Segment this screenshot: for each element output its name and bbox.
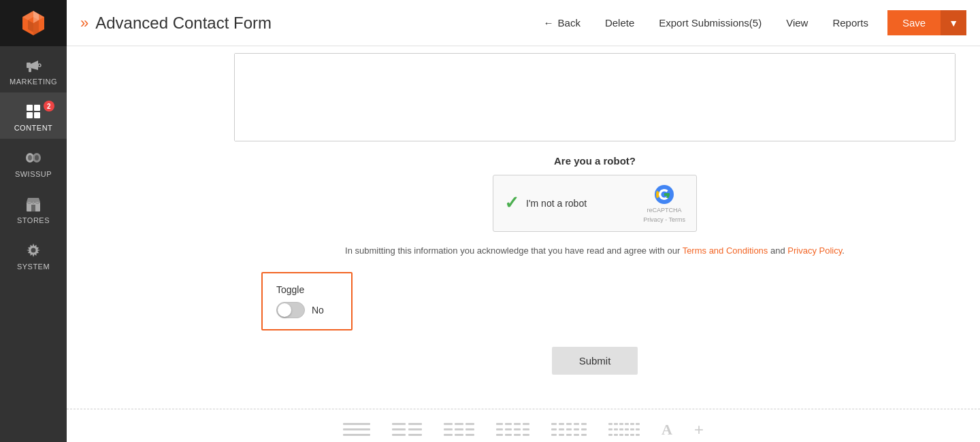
recaptcha-brand-text: reCAPTCHA <box>647 207 682 215</box>
view-button[interactable]: View <box>781 14 813 31</box>
recaptcha-logo-icon <box>653 184 675 205</box>
save-group: Save ▼ <box>887 10 966 35</box>
back-button[interactable]: ← Back <box>538 14 586 31</box>
submit-section: Submit <box>234 347 956 375</box>
toggle-switch[interactable] <box>276 302 305 318</box>
sidebar-item-system[interactable]: SYSTEM <box>0 231 67 277</box>
main-content: » Advanced Contact Form ← Back Delete Ex… <box>67 0 980 442</box>
toggle-section: Toggle No <box>261 272 353 330</box>
reports-button[interactable]: Reports <box>827 14 874 31</box>
sidebar-item-content-label: CONTENT <box>14 124 53 132</box>
toggle-row: No <box>276 302 324 318</box>
page-title: Advanced Contact Form <box>95 14 538 33</box>
megaphone-icon <box>24 56 43 75</box>
sidebar-item-stores[interactable]: STORES <box>0 185 67 231</box>
content-badge: 2 <box>44 101 54 112</box>
save-dropdown-button[interactable]: ▼ <box>941 10 966 35</box>
reports-label: Reports <box>832 17 868 29</box>
svg-rect-5 <box>27 105 33 111</box>
toolbar-lines-2[interactable] <box>392 423 422 436</box>
privacy-policy-link[interactable]: Privacy Policy <box>787 245 842 256</box>
content-area: Are you a robot? ✓ I'm not a robot r <box>67 46 980 442</box>
submit-button[interactable]: Submit <box>552 347 638 375</box>
magento-logo-icon <box>18 8 48 38</box>
topbar: » Advanced Contact Form ← Back Delete Ex… <box>67 0 980 46</box>
toolbar-lines-4[interactable] <box>496 423 529 436</box>
toggle-value: No <box>312 305 324 316</box>
form-icon: » <box>80 14 88 32</box>
toggle-knob <box>278 303 291 317</box>
message-textarea[interactable] <box>235 54 955 141</box>
svg-point-12 <box>35 155 39 160</box>
toolbar-lines-3[interactable] <box>444 423 474 436</box>
message-textarea-container <box>234 53 956 141</box>
export-label: Export Submissions(5) <box>659 17 762 29</box>
svg-rect-2 <box>27 63 31 68</box>
swissup-icon <box>24 148 43 167</box>
robot-section: Are you a robot? ✓ I'm not a robot r <box>234 155 956 232</box>
gear-icon <box>24 241 43 260</box>
view-label: View <box>786 17 808 29</box>
sidebar-item-swissup-label: SWISSUP <box>15 170 52 178</box>
recaptcha-right: reCAPTCHA Privacy - Terms <box>643 184 685 223</box>
store-icon <box>24 194 43 214</box>
robot-title: Are you a robot? <box>234 155 956 167</box>
svg-point-16 <box>31 248 36 253</box>
toggle-label: Toggle <box>276 284 324 295</box>
delete-button[interactable]: Delete <box>600 14 640 31</box>
back-arrow-icon: ← <box>544 17 554 29</box>
chevron-down-icon: ▼ <box>949 18 958 29</box>
sidebar: MARKETING CONTENT 2 SWISSUP <box>0 0 67 442</box>
save-button[interactable]: Save <box>887 10 941 35</box>
sidebar-item-system-label: SYSTEM <box>17 262 50 271</box>
toolbar-lines-1[interactable] <box>343 423 370 436</box>
export-submissions-button[interactable]: Export Submissions(5) <box>653 14 767 31</box>
recaptcha-privacy-link[interactable]: Privacy <box>643 216 664 223</box>
svg-rect-3 <box>29 68 31 72</box>
recaptcha-links: Privacy - Terms <box>643 216 685 223</box>
text-format-icon[interactable]: A <box>662 421 672 439</box>
not-robot-text: I'm not a robot <box>526 198 587 209</box>
recaptcha-checkmark-icon: ✓ <box>504 192 519 214</box>
svg-rect-8 <box>34 112 40 118</box>
sidebar-logo <box>0 0 67 46</box>
recaptcha-left: ✓ I'm not a robot <box>504 192 587 214</box>
sidebar-item-swissup[interactable]: SWISSUP <box>0 139 67 185</box>
svg-point-11 <box>28 155 32 160</box>
toolbar-lines-6[interactable] <box>608 423 640 436</box>
topbar-actions: ← Back Delete Export Submissions(5) View… <box>538 10 966 35</box>
recaptcha-box[interactable]: ✓ I'm not a robot reCAPTCHA Privacy <box>493 175 697 232</box>
toolbar-lines-5[interactable] <box>551 423 587 436</box>
sidebar-item-marketing[interactable]: MARKETING <box>0 46 67 92</box>
svg-rect-6 <box>34 105 40 111</box>
add-element-icon[interactable]: + <box>694 420 704 439</box>
form-area: Are you a robot? ✓ I'm not a robot r <box>78 53 969 409</box>
sidebar-item-content[interactable]: CONTENT 2 <box>0 92 67 139</box>
delete-label: Delete <box>605 17 634 29</box>
grid-icon <box>24 102 43 121</box>
bottom-toolbar: A + <box>67 409 980 442</box>
svg-rect-7 <box>27 112 33 118</box>
svg-rect-14 <box>31 205 35 211</box>
recaptcha-terms-link[interactable]: Terms <box>669 216 686 223</box>
sidebar-item-stores-label: STORES <box>17 216 50 224</box>
sidebar-item-marketing-label: MARKETING <box>10 78 57 86</box>
privacy-notice: In submitting this information you ackno… <box>234 245 956 256</box>
svg-point-4 <box>38 64 41 67</box>
terms-conditions-link[interactable]: Terms and Conditions <box>683 245 768 256</box>
